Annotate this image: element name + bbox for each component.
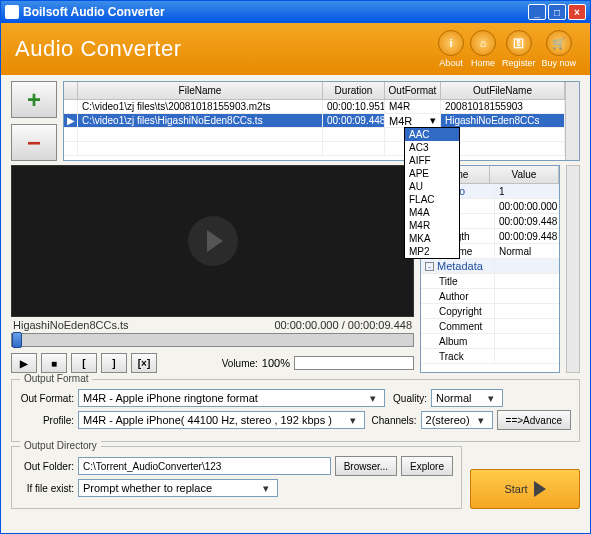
seek-slider[interactable] xyxy=(11,333,414,347)
app-icon xyxy=(5,5,19,19)
outfolder-input[interactable] xyxy=(78,457,331,475)
stop-button[interactable]: ■ xyxy=(41,353,67,373)
play-button[interactable]: ▶ xyxy=(11,353,37,373)
outfolder-label: Out Folder: xyxy=(20,461,74,472)
preview-filename: HigashiNoEden8CCs.ts xyxy=(13,319,129,331)
window-title: Boilsoft Audio Converter xyxy=(23,5,165,19)
dropdown-option[interactable]: AU xyxy=(405,180,459,193)
mark-in-button[interactable]: [ xyxy=(71,353,97,373)
col-prop-value[interactable]: Value xyxy=(490,166,559,183)
chevron-down-icon: ▾ xyxy=(346,414,360,427)
prop-row[interactable]: Comment xyxy=(421,319,559,334)
dropdown-option[interactable]: AIFF xyxy=(405,154,459,167)
file-table[interactable]: FileName Duration OutFormat OutFileName … xyxy=(63,81,580,161)
header: Audio Converter i About ⌂ Home ⚿ Registe… xyxy=(1,23,590,75)
clear-marks-button[interactable]: [×] xyxy=(131,353,157,373)
fileexist-combo[interactable]: Prompt whether to replace▾ xyxy=(78,479,278,497)
chevron-down-icon: ▾ xyxy=(474,414,488,427)
table-row[interactable]: C:\video1\zj files\ts\20081018155903.m2t… xyxy=(64,100,565,114)
outformat-combo[interactable]: M4R - Apple iPhone ringtone format▾ xyxy=(78,389,385,407)
properties-scrollbar[interactable] xyxy=(566,165,580,373)
channels-label: Channels: xyxy=(369,415,417,426)
chevron-down-icon: ▾ xyxy=(484,392,498,405)
dropdown-option[interactable]: M4A xyxy=(405,206,459,219)
dropdown-option[interactable]: MKA xyxy=(405,232,459,245)
prop-row[interactable]: Author xyxy=(421,289,559,304)
profile-label: Profile: xyxy=(20,415,74,426)
browse-button[interactable]: Browser... xyxy=(335,456,397,476)
about-button[interactable]: i About xyxy=(438,30,464,68)
output-directory-group: Output Directory Out Folder: Browser... … xyxy=(11,446,462,509)
volume-label: Volume: xyxy=(222,358,258,369)
minimize-button[interactable]: _ xyxy=(528,4,546,20)
dropdown-option[interactable]: AAC xyxy=(405,128,459,141)
col-duration[interactable]: Duration xyxy=(323,82,385,99)
quality-combo[interactable]: Normal▾ xyxy=(431,389,503,407)
chevron-down-icon: ▾ xyxy=(430,114,436,127)
volume-slider[interactable] xyxy=(294,356,414,370)
output-format-group: Output Format Out Format: M4R - Apple iP… xyxy=(11,379,580,442)
table-row[interactable] xyxy=(64,128,565,142)
dropdown-option[interactable]: APE xyxy=(405,167,459,180)
profile-combo[interactable]: M4R - Apple iPhone( 44100 Hz, stereo , 1… xyxy=(78,411,365,429)
prop-row[interactable]: Track xyxy=(421,349,559,364)
titlebar: Boilsoft Audio Converter _ □ × xyxy=(1,1,590,23)
play-overlay-icon[interactable] xyxy=(188,216,238,266)
preview-time: 00:00:00.000 / 00:00:09.448 xyxy=(274,319,412,331)
outformat-cell-dropdown[interactable]: M4R▾ xyxy=(385,114,441,127)
table-row[interactable] xyxy=(64,142,565,156)
outformat-dropdown[interactable]: AAC AC3 AIFF APE AU FLAC M4A M4R MKA MP2 xyxy=(404,127,460,259)
info-icon: i xyxy=(438,30,464,56)
prop-row[interactable]: -Metadata xyxy=(421,259,559,274)
prop-row[interactable]: Copyright xyxy=(421,304,559,319)
dropdown-option[interactable]: FLAC xyxy=(405,193,459,206)
cart-icon: 🛒 xyxy=(546,30,572,56)
slider-thumb[interactable] xyxy=(12,332,22,348)
dropdown-option[interactable]: AC3 xyxy=(405,141,459,154)
collapse-icon[interactable]: - xyxy=(425,262,434,271)
play-icon xyxy=(534,481,546,497)
col-outformat[interactable]: OutFormat xyxy=(385,82,441,99)
buynow-button[interactable]: 🛒 Buy now xyxy=(541,30,576,68)
chevron-down-icon: ▾ xyxy=(366,392,380,405)
col-filename[interactable]: FileName xyxy=(78,82,323,99)
mark-out-button[interactable]: ] xyxy=(101,353,127,373)
prop-row[interactable]: Title xyxy=(421,274,559,289)
dropdown-option[interactable]: MP2 xyxy=(405,245,459,258)
quality-label: Quality: xyxy=(389,393,427,404)
volume-value: 100% xyxy=(262,357,290,369)
home-icon: ⌂ xyxy=(470,30,496,56)
outformat-label: Out Format: xyxy=(20,393,74,404)
advance-button[interactable]: ==>Advance xyxy=(497,410,571,430)
start-button[interactable]: Start xyxy=(470,469,580,509)
channels-combo[interactable]: 2(stereo)▾ xyxy=(421,411,493,429)
row-indicator-icon: ▶ xyxy=(64,114,78,127)
close-button[interactable]: × xyxy=(568,4,586,20)
remove-file-button[interactable]: − xyxy=(11,124,57,161)
preview-pane[interactable] xyxy=(11,165,414,317)
add-file-button[interactable]: + xyxy=(11,81,57,118)
register-button[interactable]: ⚿ Register xyxy=(502,30,536,68)
home-button[interactable]: ⌂ Home xyxy=(470,30,496,68)
app-title: Audio Converter xyxy=(15,36,181,62)
maximize-button[interactable]: □ xyxy=(548,4,566,20)
chevron-down-icon: ▾ xyxy=(259,482,273,495)
key-icon: ⚿ xyxy=(506,30,532,56)
table-row[interactable]: ▶ C:\video1\zj files\HigashiNoEden8CCs.t… xyxy=(64,114,565,128)
dropdown-option[interactable]: M4R xyxy=(405,219,459,232)
fileexist-label: If file exist: xyxy=(20,483,74,494)
explore-button[interactable]: Explore xyxy=(401,456,453,476)
prop-row[interactable]: Album xyxy=(421,334,559,349)
col-outfilename[interactable]: OutFileName xyxy=(441,82,565,99)
file-table-scrollbar[interactable] xyxy=(565,82,579,160)
